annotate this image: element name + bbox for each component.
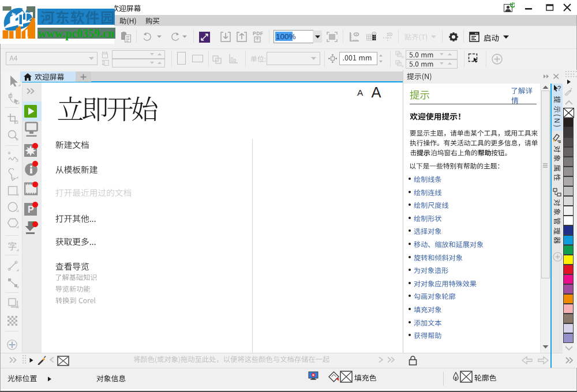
svg-text:y: y — [402, 64, 404, 67]
svg-text:x: x — [402, 55, 404, 58]
svg-text:?: ? — [557, 85, 561, 92]
